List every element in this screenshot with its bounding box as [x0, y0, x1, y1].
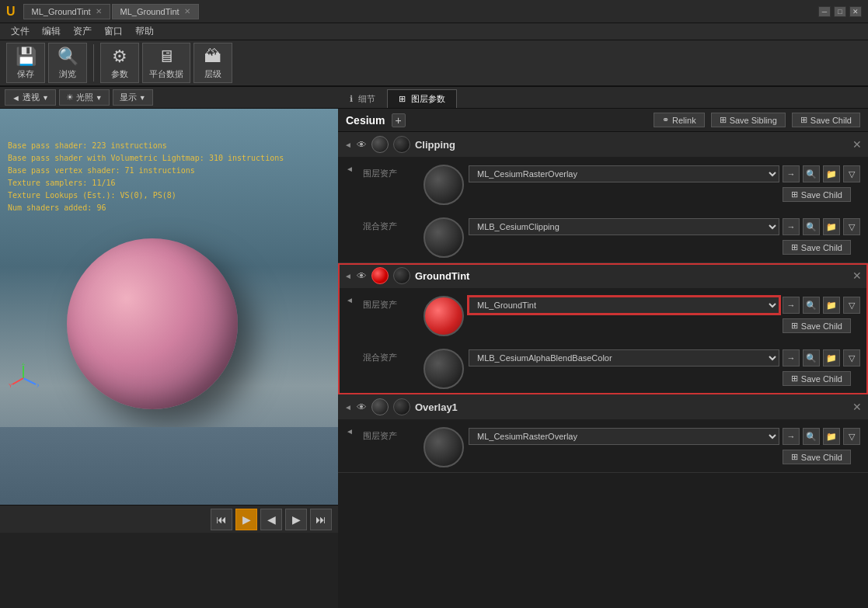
groundtint-overlay-filter-btn[interactable]: ▽	[843, 297, 860, 314]
menu-window[interactable]: 窗口	[98, 23, 129, 40]
tab-label-1: ML_GroundTint	[32, 7, 91, 16]
close-button[interactable]: ✕	[849, 6, 862, 17]
overlay1-overlay-browse-btn[interactable]: 📁	[823, 428, 840, 445]
clipping-overlay-search-btn[interactable]: 🔍	[803, 165, 820, 182]
display-dropdown[interactable]: 显示 ▼	[113, 89, 153, 106]
clipping-overlay-filter-btn[interactable]: ▽	[843, 165, 860, 182]
viewport-canvas: Base pass shader: 223 instructions Base …	[0, 109, 338, 505]
groundtint-overlay-search-btn[interactable]: 🔍	[803, 297, 820, 314]
clipping-blend-save-child-button[interactable]: ⊞ Save Child	[783, 240, 851, 255]
lighting-dropdown[interactable]: ☀ 光照 ▼	[59, 89, 110, 106]
clipping-blend-browse-btn[interactable]: 📁	[823, 218, 840, 235]
overlay1-overlay-save-child-button[interactable]: ⊞ Save Child	[783, 450, 851, 464]
clipping-layer-close[interactable]: ✕	[852, 138, 862, 151]
nav-btn-play[interactable]: ▶	[235, 509, 257, 530]
svg-text:Y: Y	[9, 383, 12, 388]
clipping-overlay-save-child-button[interactable]: ⊞ Save Child	[783, 187, 851, 202]
svg-line-0	[23, 378, 36, 384]
menu-file[interactable]: 文件	[5, 23, 36, 40]
minimize-button[interactable]: ─	[818, 6, 831, 17]
menu-edit[interactable]: 编辑	[36, 23, 67, 40]
menu-help[interactable]: 帮助	[129, 23, 160, 40]
groundtint-blend-filter-btn[interactable]: ▽	[843, 349, 860, 367]
overlay1-visibility-toggle[interactable]: 👁	[357, 401, 367, 413]
overlay1-overlay-dropdown[interactable]: ML_CesiumRasterOverlay	[469, 428, 779, 445]
tab-details[interactable]: ℹ 细节	[338, 89, 387, 108]
groundtint-blend-asset-block: ◄ 混合资产 MLB_CesiumAlphaBlendBaseColor	[338, 341, 868, 394]
clipping-overlay-arrow-btn[interactable]: →	[783, 165, 800, 182]
groundtint-blend-dropdown[interactable]: MLB_CesiumAlphaBlendBaseColor	[469, 349, 779, 367]
toolbar-separator-1	[93, 44, 94, 82]
groundtint-blend-save-child-button[interactable]: ⊞ Save Child	[783, 371, 851, 386]
platform-button[interactable]: 🖥 平台数据	[142, 43, 190, 83]
tab-label-2: ML_GroundTint	[120, 7, 180, 16]
clipping-overlay-browse-btn[interactable]: 📁	[823, 165, 840, 182]
overlay1-overlay-label: 围层资产	[363, 427, 417, 442]
nav-btn-end[interactable]: ⏭	[310, 509, 332, 530]
overlay1-overlay-filter-btn[interactable]: ▽	[843, 428, 860, 445]
tab-ml-groundtint-2[interactable]: ML_GroundTint ✕	[112, 4, 199, 19]
save-sibling-icon: ⊞	[720, 115, 727, 125]
title-tabs: ML_GroundTint ✕ ML_GroundTint ✕	[23, 4, 199, 19]
groundtint-overlay-arrow-btn[interactable]: →	[783, 297, 800, 314]
groundtint-blend-search-btn[interactable]: 🔍	[803, 349, 820, 367]
groundtint-overlay-save-child-button[interactable]: ⊞ Save Child	[783, 318, 851, 333]
clipping-blend-label: 混合资产	[363, 217, 417, 232]
perspective-arrow: ◄	[12, 93, 20, 102]
save-sibling-button[interactable]: ⊞ Save Sibling	[711, 113, 786, 127]
groundtint-blend-browse-btn[interactable]: 📁	[823, 349, 840, 367]
clipping-overlay-expand[interactable]: ◄	[346, 165, 357, 173]
clipping-visibility-toggle[interactable]: 👁	[357, 139, 367, 151]
save-child-label-4: Save Child	[801, 374, 842, 384]
debug-line-0: Base pass shader: 223 instructions	[8, 140, 284, 152]
nav-btn-next[interactable]: ▶	[285, 509, 307, 530]
window-controls: ─ □ ✕	[818, 6, 862, 17]
groundtint-overlay-browse-btn[interactable]: 📁	[823, 297, 840, 314]
right-panel: ℹ 细节 ⊞ 图层参数 Cesium + ⚭ Relink ⊞ Save Sib…	[338, 87, 868, 608]
display-label: 显示	[120, 92, 137, 103]
add-layer-button[interactable]: +	[392, 113, 406, 127]
perspective-dropdown[interactable]: ◄ 透视 ▼	[5, 89, 56, 106]
browse-button[interactable]: 🔍 浏览	[48, 43, 87, 83]
browse-icon: 🔍	[58, 47, 78, 67]
overlay1-overlay-arrow-btn[interactable]: →	[783, 428, 800, 445]
clipping-blend-dropdown[interactable]: MLB_CesiumClipping	[469, 218, 779, 235]
save-button[interactable]: 💾 保存	[6, 43, 45, 83]
layer-section-clipping: ◄ 👁 Clipping ✕ ◄ 围层资产	[338, 132, 868, 263]
ground-plane	[0, 427, 338, 505]
save-child-header-button[interactable]: ⊞ Save Child	[792, 113, 860, 127]
layer-params-tab-label: 图层参数	[411, 94, 445, 103]
menu-asset[interactable]: 资产	[67, 23, 98, 40]
clipping-blend-arrow-btn[interactable]: →	[783, 218, 800, 235]
clipping-blend-search-btn[interactable]: 🔍	[803, 218, 820, 235]
tab-close-1[interactable]: ✕	[96, 7, 102, 16]
groundtint-layer-close[interactable]: ✕	[852, 269, 862, 282]
platform-icon: 🖥	[158, 47, 175, 67]
toolbar: 💾 保存 🔍 浏览 ⚙ 参数 🖥 平台数据 🏔 层级	[0, 40, 868, 87]
level-button[interactable]: 🏔 层级	[193, 43, 232, 83]
tab-layer-params[interactable]: ⊞ 图层参数	[387, 89, 457, 108]
groundtint-expand-arrow[interactable]: ◄	[344, 272, 352, 280]
nav-btn-rewind[interactable]: ⏮	[211, 509, 232, 530]
overlay1-overlay-search-btn[interactable]: 🔍	[803, 428, 820, 445]
clipping-blend-filter-btn[interactable]: ▽	[843, 218, 860, 235]
tab-close-2[interactable]: ✕	[184, 7, 190, 16]
overlay1-layer-close[interactable]: ✕	[852, 401, 862, 413]
groundtint-overlay-dropdown[interactable]: ML_GroundTint	[469, 297, 779, 314]
tab-ml-groundtint-1[interactable]: ML_GroundTint ✕	[23, 4, 110, 19]
maximize-button[interactable]: □	[834, 6, 846, 17]
groundtint-visibility-toggle[interactable]: 👁	[357, 270, 367, 282]
clipping-overlay-dropdown[interactable]: ML_CesiumRasterOverlay	[469, 165, 779, 182]
params-button[interactable]: ⚙ 参数	[100, 43, 139, 83]
groundtint-blend-arrow-btn[interactable]: →	[783, 349, 800, 367]
nav-btn-prev[interactable]: ◀	[260, 509, 282, 530]
lighting-icon: ☀	[66, 92, 74, 102]
clipping-blend-save-child-row: ⊞ Save Child	[469, 238, 860, 257]
clipping-expand-arrow[interactable]: ◄	[344, 141, 352, 149]
relink-button[interactable]: ⚭ Relink	[654, 113, 705, 127]
groundtint-overlay-expand[interactable]: ◄	[346, 296, 357, 304]
overlay1-expand-arrow[interactable]: ◄	[344, 403, 352, 412]
overlay1-overlay-expand[interactable]: ◄	[346, 427, 357, 436]
save-icon: 💾	[16, 47, 37, 67]
platform-label: 平台数据	[149, 68, 183, 80]
